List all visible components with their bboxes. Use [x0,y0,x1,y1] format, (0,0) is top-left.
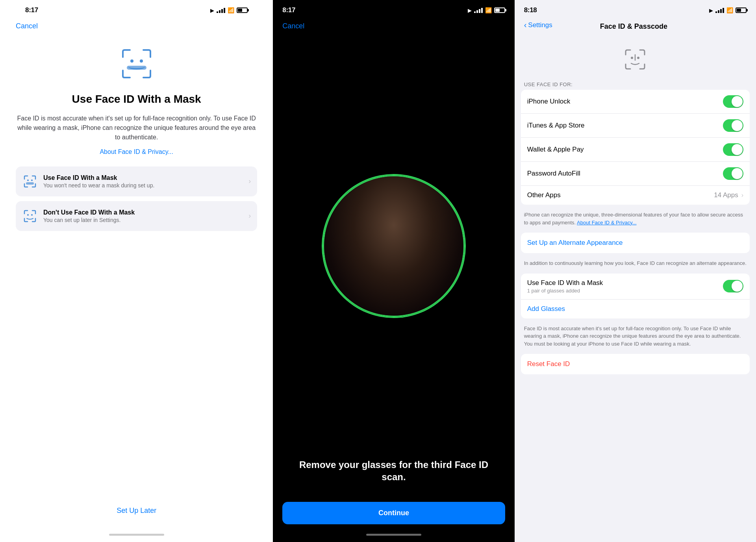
toggle-itunes[interactable] [723,119,743,132]
alternate-appearance-description: In addition to continuously learning how… [515,256,756,274]
home-indicator-1 [109,534,164,536]
wifi-icon-3: 📶 [726,7,733,13]
row-iphone-unlock[interactable]: iPhone Unlock [521,90,750,114]
mask-row-text: Use Face ID With a Mask 1 pair of glasse… [527,279,603,294]
status-icons-2: ▶ 📶 [468,7,505,13]
row-wallet-label: Wallet & Apple Pay [527,146,584,154]
toggle-iphone-unlock[interactable] [723,95,743,108]
page-title: Face ID & Passcode [600,22,667,35]
face-id-icon-container [119,46,154,83]
chevron-right-icon-3: › [741,192,743,199]
use-mask-icon [22,174,38,189]
mask-row: Use Face ID With a Mask 1 pair of glasse… [521,274,750,300]
row-itunes[interactable]: iTunes & App Store [521,114,750,138]
mask-row-header: Use Face ID With a Mask 1 pair of glasse… [527,279,743,294]
status-time-1: 8:17 [25,6,38,14]
row-password[interactable]: Password AutoFill [521,162,750,186]
svg-point-8 [631,57,633,59]
row-other-apps-right: 14 Apps › [714,191,743,199]
signal-bars-1 [217,8,225,13]
status-time-2: 8:17 [282,6,295,14]
svg-rect-5 [26,182,34,185]
svg-point-7 [31,214,33,216]
alternate-appearance-button[interactable]: Set Up an Alternate Appearance [521,233,750,253]
signal-bars-3 [715,8,724,13]
location-icon-3: ▶ [709,7,713,13]
svg-point-1 [140,59,143,63]
chevron-right-icon-2: › [248,212,251,220]
set-up-later-button[interactable]: Set Up Later [117,507,156,515]
panel-settings: 8:18 ▶ 📶 ‹ Settings Face ID & Passcode [515,0,756,542]
option-use-mask[interactable]: Use Face ID With a Mask You won't need t… [16,166,257,196]
option-dont-use-mask[interactable]: Don't Use Face ID With a Mask You can se… [16,201,257,231]
chevron-right-icon-1: › [248,177,251,185]
face-id-settings-icon [623,47,648,72]
alternate-appearance-section: Set Up an Alternate Appearance [521,233,750,253]
privacy-link-3[interactable]: About Face ID & Privacy... [577,220,636,226]
row-wallet[interactable]: Wallet & Apple Pay [521,138,750,162]
home-indicator-2 [366,534,421,536]
svg-point-3 [27,179,29,181]
status-icons-3: ▶ 📶 [709,7,747,13]
toggle-mask[interactable] [723,280,743,292]
battery-icon-3 [736,7,747,13]
option-use-mask-text: Use Face ID With a Mask You won't need t… [43,174,243,189]
mask-row-subtitle: 1 pair of glasses added [527,288,603,294]
status-bar-1: 8:17 ▶ 📶 [16,0,257,17]
back-chevron-icon: ‹ [524,20,527,30]
row-other-apps-label: Other Apps [527,191,561,199]
mask-description: Face ID is most accurate when it's set u… [515,322,756,354]
settings-group-main: iPhone Unlock iTunes & App Store Wallet … [521,90,750,205]
face-id-description: iPhone can recognize the unique, three-d… [515,208,756,233]
main-description-1: Face ID is most accurate when it's set u… [16,114,257,142]
location-icon-2: ▶ [468,7,472,13]
row-iphone-unlock-label: iPhone Unlock [527,98,571,105]
row-other-apps-value: 14 Apps [714,191,738,199]
add-glasses-button[interactable]: Add Glasses [521,300,750,318]
toggle-password[interactable] [723,167,743,180]
battery-icon-1 [237,7,248,13]
face-scan-container [273,33,514,459]
svg-rect-2 [127,66,146,70]
back-button[interactable]: ‹ Settings [524,20,552,30]
option-use-mask-subtitle: You won't need to wear a mask during set… [43,182,243,189]
status-icons-1: ▶ 📶 [210,7,248,13]
svg-point-9 [637,57,639,59]
main-title-1: Use Face ID With a Mask [72,92,201,106]
face-id-header [515,37,756,78]
row-other-apps[interactable]: Other Apps 14 Apps › [521,186,750,205]
face-scan-inner [324,176,463,316]
privacy-link-1[interactable]: About Face ID & Privacy... [100,148,173,155]
settings-content: USE FACE ID FOR: iPhone Unlock iTunes & … [515,37,756,542]
reset-section: Reset Face ID [521,354,750,374]
mask-section: Use Face ID With a Mask 1 pair of glasse… [521,274,750,318]
cancel-button-2[interactable]: Cancel [273,19,314,33]
scan-instruction: Remove your glasses for the third Face I… [273,459,514,483]
option-dont-use-mask-title: Don't Use Face ID With a Mask [43,209,243,216]
wifi-icon-2: 📶 [485,7,492,13]
panel-face-id-mask: 8:17 ▶ 📶 Cancel [0,0,273,542]
dont-use-mask-icon [22,208,38,224]
svg-point-4 [31,179,33,181]
continue-button[interactable]: Continue [282,502,505,524]
face-id-mask-icon [119,46,154,81]
option-dont-use-mask-text: Don't Use Face ID With a Mask You can se… [43,209,243,223]
option-use-mask-title: Use Face ID With a Mask [43,174,243,181]
svg-point-6 [27,214,29,216]
row-password-label: Password AutoFill [527,170,580,178]
panel-face-scan: 8:17 ▶ 📶 Cancel Remove your glasses for … [273,0,514,542]
status-bar-2: 8:17 ▶ 📶 [273,0,514,17]
signal-bars-2 [474,8,483,13]
nav-row: ‹ Settings Face ID & Passcode [524,17,747,37]
row-itunes-label: iTunes & App Store [527,122,585,129]
cancel-button-1[interactable]: Cancel [16,19,38,33]
location-icon-1: ▶ [210,7,214,13]
status-time-3: 8:18 [524,6,537,14]
wifi-icon-1: 📶 [228,7,234,13]
svg-point-0 [130,59,133,63]
status-bar-3: 8:18 ▶ 📶 [515,0,756,17]
toggle-wallet[interactable] [723,143,743,156]
reset-face-id-button[interactable]: Reset Face ID [521,354,750,374]
option-cards: Use Face ID With a Mask You won't need t… [16,166,257,231]
back-label: Settings [528,21,552,29]
